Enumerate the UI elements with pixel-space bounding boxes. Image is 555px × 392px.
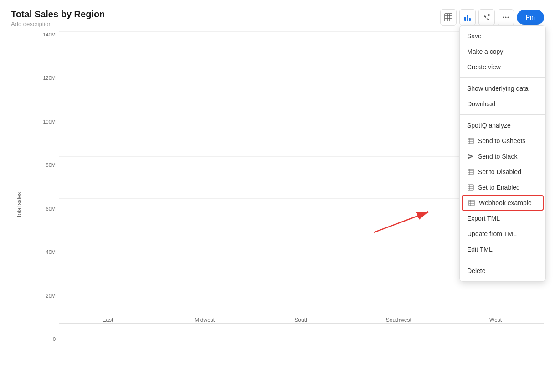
- menu-item-set-enabled[interactable]: Set to Enabled: [460, 180, 545, 195]
- menu-item-set-disabled[interactable]: Set to Disabled: [460, 164, 545, 180]
- download-label: Download: [467, 100, 495, 108]
- more-icon: [502, 13, 510, 21]
- send-icon-slack: [467, 153, 474, 160]
- svg-rect-6: [467, 15, 468, 21]
- bar-group-southwest: Southwest: [350, 313, 447, 323]
- doc-icon-disabled: [467, 168, 474, 175]
- share-icon: [483, 13, 491, 21]
- menu-item-send-slack[interactable]: Send to Slack: [460, 149, 545, 164]
- divider-1: [460, 77, 545, 78]
- svg-rect-23: [469, 200, 474, 206]
- doc-icon-webhook: [468, 199, 475, 206]
- menu-item-delete[interactable]: Delete: [460, 263, 545, 279]
- export-tml-label: Export TML: [467, 215, 500, 222]
- chart-view-button[interactable]: [459, 9, 476, 26]
- toolbar: Pin: [440, 9, 544, 26]
- y-tick-0: 0: [36, 336, 59, 342]
- menu-item-webhook[interactable]: Webhook example: [462, 195, 544, 211]
- update-tml-label: Update from TML: [467, 230, 517, 237]
- bar-label-south: South: [294, 317, 308, 323]
- menu-item-download[interactable]: Download: [460, 96, 545, 112]
- menu-item-export-tml[interactable]: Export TML: [460, 211, 545, 226]
- menu-item-update-tml[interactable]: Update from TML: [460, 226, 545, 242]
- svg-rect-7: [469, 18, 471, 21]
- doc-icon-gsheets: [467, 137, 474, 144]
- svg-point-9: [505, 17, 506, 18]
- send-gsheets-label: Send to Gsheets: [478, 137, 525, 144]
- menu-item-spotiq[interactable]: SpotIQ analyze: [460, 118, 545, 133]
- svg-rect-19: [468, 185, 473, 190]
- context-menu: Save Make a copy Create view Show underl…: [459, 25, 546, 282]
- set-disabled-label: Set to Disabled: [478, 168, 521, 175]
- set-enabled-label: Set to Enabled: [478, 184, 520, 191]
- show-underlying-label: Show underlying data: [467, 85, 529, 92]
- chart-icon: [463, 13, 472, 21]
- menu-item-make-copy[interactable]: Make a copy: [460, 44, 545, 59]
- edit-tml-label: Edit TML: [467, 246, 493, 253]
- y-axis: 0 20M 40M 60M 80M 100M 120M 140M: [36, 32, 59, 342]
- svg-rect-15: [468, 169, 473, 175]
- bar-label-southwest: Southwest: [386, 317, 411, 323]
- svg-rect-5: [464, 17, 466, 21]
- more-options-button[interactable]: [498, 9, 514, 26]
- menu-item-save[interactable]: Save: [460, 28, 545, 44]
- divider-3: [460, 260, 545, 260]
- y-tick-140: 140M: [36, 32, 59, 37]
- menu-item-send-gsheets[interactable]: Send to Gsheets: [460, 133, 545, 149]
- chart-title: Total Sales by Region: [11, 9, 105, 20]
- y-tick-60: 60M: [36, 206, 59, 211]
- chart-subtitle: Add description: [11, 21, 105, 27]
- table-icon: [444, 13, 452, 21]
- y-tick-80: 80M: [36, 162, 59, 168]
- pin-button[interactable]: Pin: [517, 10, 544, 25]
- create-view-label: Create view: [467, 63, 501, 71]
- svg-point-8: [503, 17, 504, 18]
- menu-item-show-underlying[interactable]: Show underlying data: [460, 81, 545, 96]
- bar-group-west: West: [447, 313, 544, 323]
- bar-group-midwest: Midwest: [156, 313, 253, 323]
- y-tick-100: 100M: [36, 119, 59, 124]
- doc-icon-enabled: [467, 184, 474, 191]
- webhook-label: Webhook example: [479, 199, 532, 206]
- make-copy-label: Make a copy: [467, 48, 503, 55]
- y-tick-120: 120M: [36, 75, 59, 81]
- bar-label-west: West: [489, 317, 502, 323]
- bar-group-east: East: [59, 313, 156, 323]
- menu-item-edit-tml[interactable]: Edit TML: [460, 242, 545, 257]
- bar-group-south: South: [253, 313, 350, 323]
- y-tick-40: 40M: [36, 249, 59, 255]
- y-axis-label: Total sales: [16, 192, 22, 218]
- svg-rect-11: [468, 138, 473, 144]
- menu-item-create-view[interactable]: Create view: [460, 59, 545, 75]
- bar-label-midwest: Midwest: [195, 317, 215, 323]
- svg-point-10: [507, 17, 509, 18]
- send-slack-label: Send to Slack: [478, 153, 517, 160]
- delete-label: Delete: [467, 267, 485, 274]
- spotiq-label: SpotIQ analyze: [467, 122, 511, 129]
- share-button[interactable]: [478, 9, 495, 26]
- table-view-button[interactable]: [440, 9, 457, 26]
- y-tick-20: 20M: [36, 293, 59, 299]
- save-label: Save: [467, 32, 482, 40]
- title-section: Total Sales by Region Add description: [11, 9, 105, 27]
- bar-label-east: East: [102, 317, 113, 323]
- svg-rect-0: [445, 14, 452, 21]
- divider-2: [460, 114, 545, 115]
